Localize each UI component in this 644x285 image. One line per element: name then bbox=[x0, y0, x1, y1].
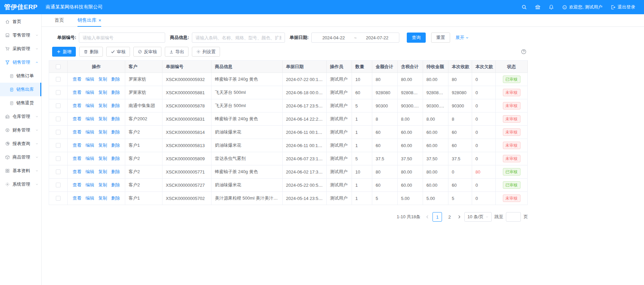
row-action-delete[interactable]: 删除 bbox=[111, 129, 120, 135]
row-action-copy[interactable]: 复制 bbox=[98, 156, 107, 162]
sidebar-subitem-sales-return[interactable]: 销售退货 bbox=[0, 96, 41, 110]
row-action-delete[interactable]: 删除 bbox=[111, 116, 120, 122]
date-from[interactable]: 2024-04-22 bbox=[314, 35, 353, 40]
bell-icon[interactable] bbox=[549, 4, 554, 10]
cell-amount: 90300 bbox=[372, 99, 398, 113]
unaudit-button[interactable]: 反审核 bbox=[133, 47, 161, 57]
row-action-copy[interactable]: 复制 bbox=[98, 195, 107, 201]
sidebar-item-system-mgmt[interactable]: 系统管理 bbox=[0, 178, 41, 191]
date-to[interactable]: 2024-07-22 bbox=[358, 35, 396, 40]
row-checkbox[interactable] bbox=[56, 90, 61, 95]
page-size-select[interactable]: 10 条/页 bbox=[464, 212, 492, 222]
welcome-user[interactable]: 欢迎您, 测试用户 bbox=[562, 4, 602, 10]
app-logo[interactable]: 管伊佳ERP bbox=[0, 3, 42, 12]
sidebar-item-home[interactable]: 首页 bbox=[0, 15, 41, 28]
export-button[interactable]: 导出 bbox=[165, 47, 188, 57]
row-action-delete[interactable]: 删除 bbox=[111, 142, 120, 148]
jump-page-input[interactable] bbox=[506, 212, 521, 222]
help-icon[interactable] bbox=[521, 49, 527, 55]
tab-sales-outbound[interactable]: 销售出库 × bbox=[77, 14, 101, 26]
row-action-view[interactable]: 查看 bbox=[73, 182, 82, 188]
sidebar-item-sales-mgmt[interactable]: 销售管理 bbox=[0, 56, 41, 69]
reset-button[interactable]: 重置 bbox=[431, 33, 450, 43]
row-action-edit[interactable]: 编辑 bbox=[86, 195, 94, 201]
row-action-copy[interactable]: 复制 bbox=[98, 142, 107, 148]
cell-text: 2024-06-07 23:15:13 bbox=[286, 156, 323, 161]
row-action-view[interactable]: 查看 bbox=[73, 76, 82, 82]
row-action-view[interactable]: 查看 bbox=[73, 169, 82, 175]
row-action-delete[interactable]: 删除 bbox=[111, 103, 120, 109]
sidebar-subitem-sales-outbound[interactable]: 销售出库 bbox=[0, 83, 41, 96]
row-action-edit[interactable]: 编辑 bbox=[86, 169, 94, 175]
row-action-edit[interactable]: 编辑 bbox=[86, 116, 94, 122]
search-icon[interactable] bbox=[521, 4, 527, 10]
page-button-1[interactable]: 1 bbox=[432, 212, 442, 222]
sidebar-item-report-query[interactable]: 报表查询 bbox=[0, 137, 41, 150]
sidebar-subitem-sales-order[interactable]: 销售订单 bbox=[0, 69, 41, 83]
sidebar-item-purchase-mgmt[interactable]: 采购管理 bbox=[0, 42, 41, 56]
row-action-edit[interactable]: 编辑 bbox=[86, 76, 94, 82]
next-page-button[interactable] bbox=[457, 215, 462, 219]
row-action-view[interactable]: 查看 bbox=[73, 142, 82, 148]
row-action-delete[interactable]: 删除 bbox=[111, 169, 120, 175]
expand-link[interactable]: 展开 bbox=[456, 35, 469, 41]
row-action-copy[interactable]: 复制 bbox=[98, 103, 107, 109]
row-action-edit[interactable]: 编辑 bbox=[86, 156, 94, 162]
row-action-view[interactable]: 查看 bbox=[73, 129, 82, 135]
row-action-edit[interactable]: 编辑 bbox=[86, 182, 94, 188]
row-action-edit[interactable]: 编辑 bbox=[86, 142, 94, 148]
date-range-picker[interactable]: 2024-04-22 ~ 2024-07-22 bbox=[311, 33, 399, 43]
row-checkbox[interactable] bbox=[56, 143, 61, 148]
row-action-delete[interactable]: 删除 bbox=[111, 156, 120, 162]
row-action-delete[interactable]: 删除 bbox=[111, 76, 120, 82]
search-button[interactable]: 查询 bbox=[407, 33, 426, 43]
page-button-2[interactable]: 2 bbox=[445, 212, 454, 222]
sidebar-item-warehouse-mgmt[interactable]: 仓库管理 bbox=[0, 110, 41, 123]
row-action-delete[interactable]: 删除 bbox=[111, 195, 120, 201]
row-action-view[interactable]: 查看 bbox=[73, 195, 82, 201]
logout-button[interactable]: 退出登录 bbox=[610, 4, 635, 10]
row-checkbox[interactable] bbox=[56, 196, 61, 201]
row-action-copy[interactable]: 复制 bbox=[98, 76, 107, 82]
sidebar-item-retail-mgmt[interactable]: 零售管理 bbox=[0, 28, 41, 42]
row-action-view[interactable]: 查看 bbox=[73, 89, 82, 96]
row-checkbox[interactable] bbox=[56, 169, 61, 174]
row-action-edit[interactable]: 编辑 bbox=[86, 103, 94, 109]
row-action-copy[interactable]: 复制 bbox=[98, 116, 107, 122]
cell-product: 美汁源果粒橙 500ml 美汁美汁美汁... bbox=[212, 192, 283, 205]
row-action-edit[interactable]: 编辑 bbox=[86, 89, 94, 96]
row-action-view[interactable]: 查看 bbox=[73, 156, 82, 162]
row-checkbox[interactable] bbox=[56, 183, 61, 187]
row-action-view[interactable]: 查看 bbox=[73, 103, 82, 109]
bank-icon[interactable] bbox=[535, 4, 540, 10]
row-action-copy[interactable]: 复制 bbox=[98, 182, 107, 188]
row-checkbox[interactable] bbox=[56, 117, 61, 121]
prev-page-button[interactable] bbox=[425, 215, 430, 219]
add-button[interactable]: 新增 bbox=[52, 47, 76, 57]
select-all-checkbox[interactable] bbox=[56, 64, 61, 69]
doc-no-input[interactable] bbox=[79, 33, 165, 43]
row-action-delete[interactable]: 删除 bbox=[111, 182, 120, 188]
product-info-input[interactable] bbox=[192, 33, 285, 43]
column-settings-button[interactable]: 列设置 bbox=[192, 47, 220, 57]
row-action-copy[interactable]: 复制 bbox=[98, 169, 107, 175]
cell-operator: 测试用户 bbox=[327, 113, 352, 126]
tab-home[interactable]: 首页 bbox=[54, 14, 64, 26]
row-checkbox[interactable] bbox=[56, 77, 61, 82]
sidebar-item-label: 首页 bbox=[13, 19, 21, 25]
row-action-copy[interactable]: 复制 bbox=[98, 129, 107, 135]
cell-received: 0 bbox=[448, 165, 472, 179]
row-checkbox[interactable] bbox=[56, 156, 61, 161]
sidebar-item-finance-mgmt[interactable]: 财务管理 bbox=[0, 123, 41, 137]
row-action-delete[interactable]: 删除 bbox=[111, 89, 120, 96]
delete-button[interactable]: 删除 bbox=[79, 47, 103, 57]
row-checkbox[interactable] bbox=[56, 103, 61, 108]
row-action-edit[interactable]: 编辑 bbox=[86, 129, 94, 135]
close-icon[interactable]: × bbox=[98, 18, 101, 23]
row-action-view[interactable]: 查看 bbox=[73, 116, 82, 122]
audit-button[interactable]: 审核 bbox=[106, 47, 130, 57]
row-checkbox[interactable] bbox=[56, 130, 61, 135]
sidebar-item-basic-data[interactable]: 基本资料 bbox=[0, 164, 41, 178]
sidebar-item-product-mgmt[interactable]: 商品管理 bbox=[0, 150, 41, 164]
row-action-copy[interactable]: 复制 bbox=[98, 89, 107, 96]
